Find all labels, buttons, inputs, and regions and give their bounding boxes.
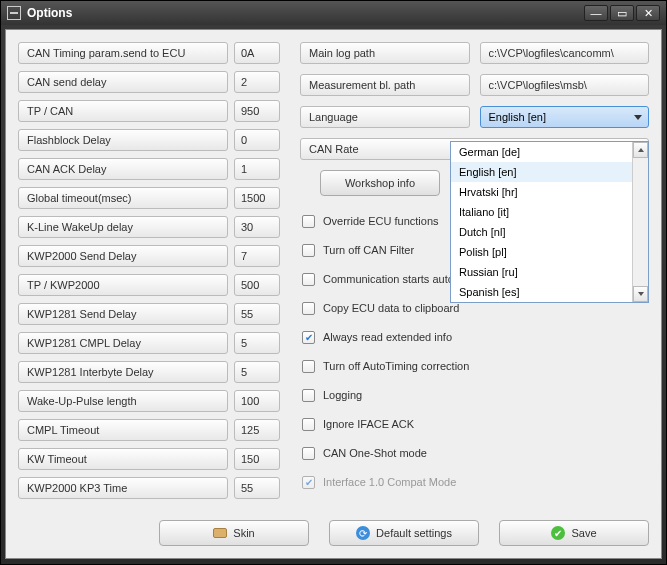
- param-row: TP / KWP2000500: [18, 274, 280, 296]
- measurement-path-input[interactable]: c:\VCP\logfiles\msb\: [480, 74, 650, 96]
- default-settings-button[interactable]: ⟳ Default settings: [329, 520, 479, 546]
- main-log-path-input[interactable]: c:\VCP\logfiles\cancomm\: [480, 42, 650, 64]
- param-label: KWP1281 CMPL Delay: [18, 332, 228, 354]
- language-option[interactable]: Hrvatski [hr]: [451, 182, 648, 202]
- param-label: TP / CAN: [18, 100, 228, 122]
- language-option[interactable]: Italiano [it]: [451, 202, 648, 222]
- skin-button[interactable]: Skin: [159, 520, 309, 546]
- param-label: KWP2000 Send Delay: [18, 245, 228, 267]
- param-label: Flashblock Delay: [18, 129, 228, 151]
- language-combo[interactable]: English [en]: [480, 106, 650, 128]
- close-button[interactable]: ✕: [636, 5, 660, 21]
- checkbox[interactable]: [302, 244, 315, 257]
- param-row: Wake-Up-Pulse length100: [18, 390, 280, 412]
- language-option[interactable]: Dutch [nl]: [451, 222, 648, 242]
- param-row: CAN ACK Delay1: [18, 158, 280, 180]
- param-label: KWP1281 Interbyte Delay: [18, 361, 228, 383]
- checkbox-row: CAN One-Shot mode: [300, 444, 649, 462]
- measurement-path-label: Measurement bl. path: [300, 74, 470, 96]
- param-value-input[interactable]: 1500: [234, 187, 280, 209]
- param-value-input[interactable]: 125: [234, 419, 280, 441]
- checkbox-row: Turn off AutoTiming correction: [300, 357, 649, 375]
- chevron-down-icon: [634, 115, 642, 120]
- param-value-input[interactable]: 7: [234, 245, 280, 267]
- save-button[interactable]: ✔ Save: [499, 520, 649, 546]
- system-menu-icon[interactable]: [7, 6, 21, 20]
- language-label: Language: [300, 106, 470, 128]
- language-dropdown: German [de]English [en]Hrvatski [hr]Ital…: [450, 141, 649, 303]
- checkbox[interactable]: [302, 331, 315, 344]
- checkbox[interactable]: [302, 360, 315, 373]
- main-log-path-label: Main log path: [300, 42, 470, 64]
- checkbox-label: Always read extended info: [323, 331, 452, 343]
- checkbox[interactable]: [302, 302, 315, 315]
- param-label: KWP2000 KP3 Time: [18, 477, 228, 499]
- param-label: TP / KWP2000: [18, 274, 228, 296]
- checkbox-label: Turn off AutoTiming correction: [323, 360, 469, 372]
- checkbox[interactable]: [302, 215, 315, 228]
- checkbox-row: Logging: [300, 386, 649, 404]
- client-area: CAN Timing param.send to ECU0ACAN send d…: [5, 29, 662, 559]
- language-option[interactable]: Russian [ru]: [451, 262, 648, 282]
- param-row: KWP2000 KP3 Time55: [18, 477, 280, 499]
- param-row: CAN Timing param.send to ECU0A: [18, 42, 280, 64]
- maximize-button[interactable]: ▭: [610, 5, 634, 21]
- refresh-icon: ⟳: [356, 526, 370, 540]
- param-row: Flashblock Delay0: [18, 129, 280, 151]
- titlebar[interactable]: Options — ▭ ✕: [1, 1, 666, 25]
- checkbox-row: Always read extended info: [300, 328, 649, 346]
- param-row: KWP2000 Send Delay7: [18, 245, 280, 267]
- checkbox-label: Interface 1.0 Compat Mode: [323, 476, 456, 488]
- settings-column: Main log path c:\VCP\logfiles\cancomm\ M…: [300, 42, 649, 512]
- language-option[interactable]: English [en]: [451, 162, 648, 182]
- param-value-input[interactable]: 1: [234, 158, 280, 180]
- param-label: KWP1281 Send Delay: [18, 303, 228, 325]
- param-label: K-Line WakeUp delay: [18, 216, 228, 238]
- checkbox-label: CAN One-Shot mode: [323, 447, 427, 459]
- param-row: KWP1281 Interbyte Delay5: [18, 361, 280, 383]
- param-value-input[interactable]: 0: [234, 129, 280, 151]
- param-value-input[interactable]: 30: [234, 216, 280, 238]
- param-value-input[interactable]: 55: [234, 303, 280, 325]
- param-value-input[interactable]: 100: [234, 390, 280, 412]
- options-window: Options — ▭ ✕ CAN Timing param.send to E…: [0, 0, 667, 565]
- param-value-input[interactable]: 0A: [234, 42, 280, 64]
- param-value-input[interactable]: 950: [234, 100, 280, 122]
- bottom-button-bar: Skin ⟳ Default settings ✔ Save: [18, 520, 649, 546]
- param-label: Global timeout(msec): [18, 187, 228, 209]
- param-value-input[interactable]: 55: [234, 477, 280, 499]
- checkbox-row: Ignore IFACE ACK: [300, 415, 649, 433]
- check-icon: ✔: [551, 526, 565, 540]
- dropdown-scrollbar[interactable]: [632, 142, 648, 302]
- scroll-up-button[interactable]: [633, 142, 648, 158]
- param-label: CAN Timing param.send to ECU: [18, 42, 228, 64]
- param-row: TP / CAN950: [18, 100, 280, 122]
- checkbox-label: Copy ECU data to clipboard: [323, 302, 459, 314]
- param-row: KW Timeout150: [18, 448, 280, 470]
- skin-icon: [213, 528, 227, 538]
- param-value-input[interactable]: 5: [234, 332, 280, 354]
- param-value-input[interactable]: 150: [234, 448, 280, 470]
- language-option[interactable]: Polish [pl]: [451, 242, 648, 262]
- param-label: CAN send delay: [18, 71, 228, 93]
- checkbox[interactable]: [302, 273, 315, 286]
- checkbox[interactable]: [302, 389, 315, 402]
- language-combo-value: English [en]: [489, 111, 546, 123]
- param-label: CAN ACK Delay: [18, 158, 228, 180]
- checkbox-label: Override ECU functions: [323, 215, 439, 227]
- checkbox[interactable]: [302, 418, 315, 431]
- param-label: CMPL Timeout: [18, 419, 228, 441]
- param-value-input[interactable]: 5: [234, 361, 280, 383]
- checkbox-label: Logging: [323, 389, 362, 401]
- scroll-down-button[interactable]: [633, 286, 648, 302]
- language-option[interactable]: Spanish [es]: [451, 282, 648, 302]
- parameters-column: CAN Timing param.send to ECU0ACAN send d…: [18, 42, 280, 512]
- workshop-info-button[interactable]: Workshop info: [320, 170, 440, 196]
- param-value-input[interactable]: 2: [234, 71, 280, 93]
- param-label: KW Timeout: [18, 448, 228, 470]
- checkbox[interactable]: [302, 447, 315, 460]
- param-value-input[interactable]: 500: [234, 274, 280, 296]
- minimize-button[interactable]: —: [584, 5, 608, 21]
- language-option[interactable]: German [de]: [451, 142, 648, 162]
- checkbox-label: Turn off CAN Filter: [323, 244, 414, 256]
